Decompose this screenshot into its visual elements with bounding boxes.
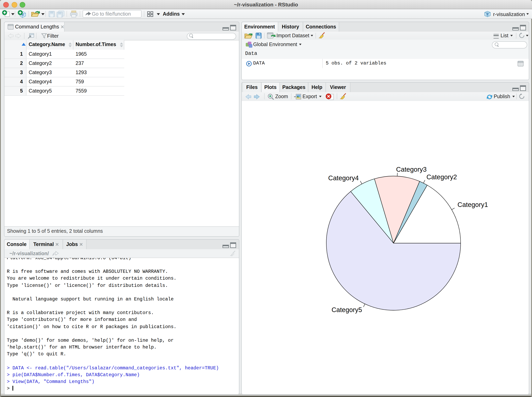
svg-text:Category2: Category2 xyxy=(426,173,457,181)
svg-text:R: R xyxy=(486,12,489,16)
svg-text:Category4: Category4 xyxy=(328,174,359,182)
svg-text:Category1: Category1 xyxy=(457,201,488,208)
svg-text:Category5: Category5 xyxy=(332,306,362,313)
svg-text:Category3: Category3 xyxy=(396,166,427,173)
